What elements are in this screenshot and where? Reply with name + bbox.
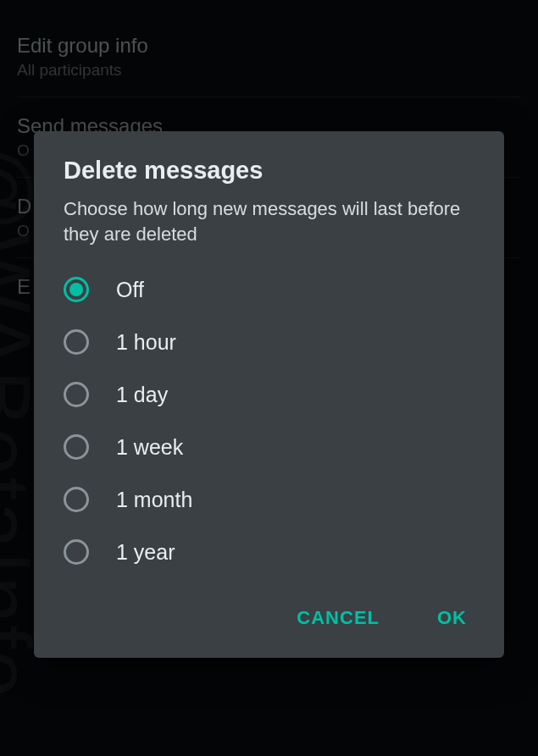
delete-messages-dialog: Delete messages Choose how long new mess… [34, 131, 504, 658]
ok-button[interactable]: OK [425, 599, 479, 637]
cancel-button[interactable]: CANCEL [285, 599, 391, 637]
dialog-subtitle: Choose how long new messages will last b… [34, 196, 504, 260]
radio-icon [64, 329, 89, 355]
option-1-month[interactable]: 1 month [34, 473, 504, 526]
options-list: Off 1 hour 1 day 1 week 1 month 1 year [34, 260, 504, 582]
dialog-actions: CANCEL OK [34, 582, 504, 648]
radio-icon [64, 277, 89, 302]
radio-icon [64, 539, 89, 565]
option-label: 1 hour [116, 330, 176, 355]
option-1-hour[interactable]: 1 hour [34, 316, 504, 368]
radio-icon [64, 382, 89, 407]
option-label: Off [116, 278, 144, 302]
radio-icon [64, 434, 89, 460]
option-label: 1 year [116, 540, 175, 565]
option-1-day[interactable]: 1 day [34, 368, 504, 421]
radio-icon [64, 487, 89, 512]
option-off[interactable]: Off [34, 263, 504, 316]
option-1-year[interactable]: 1 year [34, 526, 504, 578]
option-label: 1 week [116, 435, 183, 460]
option-1-week[interactable]: 1 week [34, 421, 504, 473]
option-label: 1 day [116, 383, 168, 407]
dialog-title: Delete messages [34, 157, 504, 196]
option-label: 1 month [116, 488, 192, 512]
